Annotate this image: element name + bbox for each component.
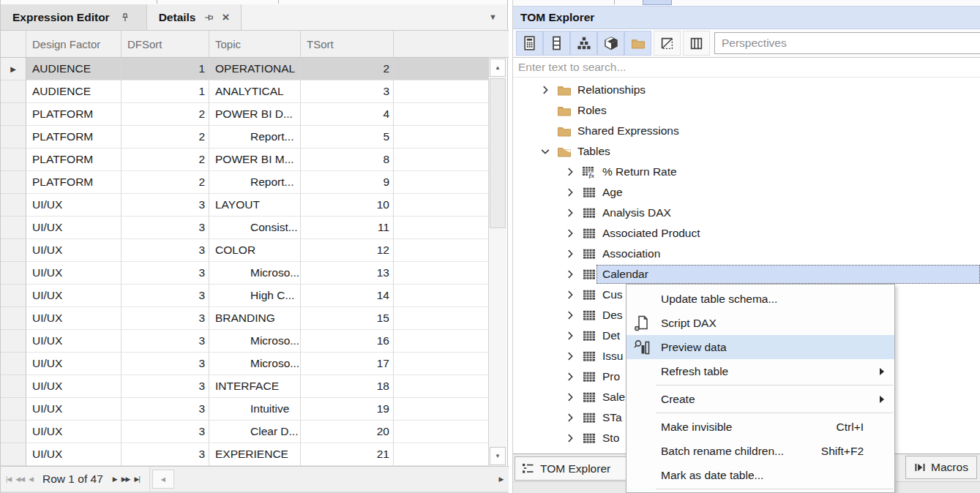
tree-item[interactable]: Associated Product: [513, 223, 980, 244]
menu-item[interactable]: [656, 487, 894, 491]
table-row[interactable]: AUDIENCE 1 ANALYTICAL 3: [1, 80, 488, 103]
expand-chevron-icon[interactable]: [539, 125, 551, 137]
tree-item[interactable]: Tables: [513, 141, 980, 162]
tab-expression-editor[interactable]: Expression Editor: [1, 4, 147, 30]
expand-chevron-icon[interactable]: [564, 166, 576, 178]
scroll-left-icon[interactable]: ◀: [152, 470, 174, 489]
menu-item[interactable]: Refresh table: [626, 359, 894, 383]
table-row[interactable]: ▶ AUDIENCE 1 OPERATIONAL 2: [1, 58, 488, 80]
table-row[interactable]: UI/UX 3 Microso... 17: [1, 353, 488, 375]
next-page-button[interactable]: ▶▶: [119, 475, 132, 483]
table-row[interactable]: PLATFORM 2 POWER BI M... 8: [1, 148, 488, 171]
perspectives-input[interactable]: [715, 33, 980, 53]
expand-chevron-icon[interactable]: [564, 268, 576, 280]
perspectives-combo[interactable]: [714, 32, 980, 54]
table-row[interactable]: PLATFORM 2 Report... 5: [1, 126, 488, 148]
expand-chevron-icon[interactable]: [539, 146, 551, 157]
table-row[interactable]: UI/UX 3 Microso... 16: [1, 330, 488, 353]
tree-item[interactable]: Relationships: [513, 80, 980, 100]
scroll-right-icon[interactable]: ▶: [495, 467, 507, 492]
expand-chevron-icon[interactable]: [564, 248, 576, 260]
menu-item[interactable]: Make invisible Ctrl+I: [626, 415, 894, 439]
column-header-dfsort[interactable]: DFSort: [121, 31, 209, 57]
tree-item-label: Des: [602, 309, 627, 322]
table-row[interactable]: PLATFORM 2 Report... 9: [1, 171, 488, 194]
row-indicator-cell: [1, 126, 26, 148]
expand-chevron-icon[interactable]: [564, 207, 576, 219]
expand-chevron-icon[interactable]: [564, 187, 576, 198]
table-row[interactable]: UI/UX 3 Clear D... 20: [1, 421, 488, 443]
cell-design-factor: UI/UX: [26, 285, 121, 307]
next-row-button[interactable]: ▶: [111, 475, 119, 483]
toolbar-button[interactable]: [654, 31, 681, 56]
cell-filler: [394, 58, 488, 80]
vertical-scrollbar[interactable]: ▲ ▼: [488, 58, 506, 466]
tab-macros[interactable]: Macros: [905, 456, 977, 479]
table-row[interactable]: UI/UX 3 Consist... 11: [1, 217, 488, 239]
expand-chevron-icon[interactable]: [564, 350, 576, 362]
table-row[interactable]: UI/UX 3 COLOR 12: [1, 239, 488, 262]
prev-row-button[interactable]: ◀: [26, 475, 35, 483]
tree-item[interactable]: fx % Return Rate: [513, 162, 980, 182]
column-header-design-factor[interactable]: Design Factor: [26, 31, 121, 57]
table-row[interactable]: UI/UX 3 High C... 14: [1, 285, 488, 307]
menu-item[interactable]: Update table schema...: [626, 287, 894, 311]
expand-chevron-icon[interactable]: [564, 330, 576, 342]
expand-chevron-icon[interactable]: [564, 432, 576, 444]
toolbar-button[interactable]: [597, 31, 624, 56]
table-row[interactable]: UI/UX 3 BRANDING 15: [1, 307, 488, 330]
tree-item[interactable]: Roles: [513, 100, 980, 121]
last-row-button[interactable]: ▶|: [132, 475, 142, 483]
table-row[interactable]: UI/UX 3 INTERFACE 18: [1, 375, 488, 398]
pin-icon[interactable]: [120, 12, 130, 23]
tree-item[interactable]: Calendar: [513, 264, 980, 285]
column-header-topic[interactable]: Topic: [209, 31, 301, 57]
horizontal-scrollbar[interactable]: ◀ ▶: [149, 467, 509, 492]
unpin-icon[interactable]: [203, 12, 214, 23]
tab-details[interactable]: Details ×: [147, 4, 242, 30]
table-row[interactable]: UI/UX 3 Microso... 13: [1, 262, 488, 285]
expand-chevron-icon[interactable]: [564, 412, 576, 424]
submenu-arrow-icon: [880, 396, 884, 403]
table-row[interactable]: UI/UX 3 LAYOUT 10: [1, 194, 488, 217]
prev-page-button[interactable]: ◀◀: [13, 475, 26, 483]
menu-item[interactable]: Batch rename children... Shift+F2: [626, 439, 894, 463]
tree-item[interactable]: Shared Expressions: [513, 121, 980, 141]
menu-item[interactable]: Preview data: [626, 335, 894, 359]
toolbar-button[interactable]: [570, 31, 597, 56]
tab-tom-explorer[interactable]: TOM Explorer: [515, 456, 643, 481]
toolbar-button[interactable]: [624, 31, 651, 56]
table-icon: [582, 350, 596, 363]
tree-item[interactable]: Association: [513, 244, 980, 264]
menu-item[interactable]: Create: [626, 387, 894, 411]
hidden-icon: [660, 37, 674, 50]
tree-item[interactable]: Analysis DAX: [513, 203, 980, 223]
scroll-up-icon[interactable]: ▲: [490, 59, 506, 77]
expand-chevron-icon[interactable]: [539, 84, 551, 96]
tree-search-box[interactable]: [513, 57, 980, 78]
expand-chevron-icon[interactable]: [564, 289, 576, 301]
table-row[interactable]: UI/UX 3 Intuitive 19: [1, 398, 488, 421]
cell-topic: Report...: [209, 171, 301, 194]
column-header-tsort[interactable]: TSort: [301, 31, 394, 57]
table-row[interactable]: UI/UX 3 EXPERIENCE 21: [1, 443, 488, 466]
table-row[interactable]: PLATFORM 2 POWER BI D... 4: [1, 103, 488, 126]
expand-chevron-icon[interactable]: [564, 391, 576, 403]
expand-chevron-icon[interactable]: [564, 371, 576, 383]
toolbar-button[interactable]: [543, 31, 570, 56]
toolbar-button[interactable]: [516, 31, 543, 56]
scroll-down-icon[interactable]: ▼: [490, 447, 506, 465]
tree-item[interactable]: Age: [513, 182, 980, 203]
menu-item[interactable]: Mark as date table...: [626, 463, 894, 487]
expand-chevron-icon[interactable]: [539, 105, 551, 116]
close-icon[interactable]: ×: [222, 11, 230, 23]
scrollbar-thumb[interactable]: [490, 78, 506, 228]
search-input[interactable]: [513, 58, 980, 77]
cell-topic: Microso...: [209, 262, 301, 285]
expand-chevron-icon[interactable]: [564, 227, 576, 239]
tab-list-dropdown-icon[interactable]: ▼: [489, 12, 497, 21]
first-row-button[interactable]: |◀: [4, 475, 13, 483]
expand-chevron-icon[interactable]: [564, 309, 576, 321]
menu-item[interactable]: Script DAX: [626, 311, 894, 335]
toolbar-button[interactable]: [683, 31, 710, 56]
